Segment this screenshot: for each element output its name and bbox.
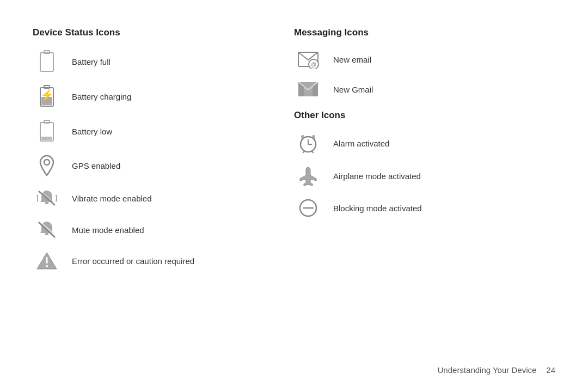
battery-low-icon	[33, 120, 61, 143]
alarm-row: Alarm activated	[294, 133, 555, 154]
page-footer: Understanding Your Device 24	[438, 365, 555, 375]
new-email-row: @ New email	[294, 50, 555, 69]
battery-charging-row: ⚡ Battery charging	[33, 85, 294, 108]
error-row: Error occurred or caution required	[33, 252, 294, 270]
svg-rect-9	[41, 137, 52, 140]
device-status-title: Device Status Icons	[33, 27, 294, 38]
gps-row: GPS enabled	[33, 155, 294, 176]
airplane-label: Airplane mode activated	[333, 171, 421, 181]
battery-full-label: Battery full	[72, 57, 111, 66]
svg-rect-18	[46, 257, 48, 264]
new-gmail-icon	[294, 81, 322, 98]
page-number: 24	[546, 365, 555, 375]
svg-line-27	[303, 151, 304, 153]
left-column: Device Status Icons Battery full	[33, 27, 294, 282]
svg-point-19	[46, 265, 48, 267]
mute-row: Mute mode enabled	[33, 220, 294, 240]
svg-rect-2	[41, 54, 52, 70]
battery-low-label: Battery low	[72, 127, 112, 136]
error-label: Error occurred or caution required	[72, 256, 194, 266]
svg-point-31	[301, 135, 304, 138]
svg-point-10	[44, 160, 50, 165]
battery-full-row: Battery full	[33, 50, 294, 73]
mute-icon	[33, 220, 61, 240]
airplane-icon	[294, 166, 322, 186]
new-gmail-row: New Gmail	[294, 81, 555, 98]
messaging-title: Messaging Icons	[294, 27, 555, 38]
alarm-icon	[294, 133, 322, 154]
svg-rect-1	[44, 51, 50, 53]
battery-low-row: Battery low	[33, 120, 294, 143]
alarm-label: Alarm activated	[333, 139, 389, 148]
footer-text: Understanding Your Device	[438, 365, 537, 375]
new-email-label: New email	[333, 55, 371, 64]
svg-rect-8	[44, 120, 50, 123]
new-gmail-label: New Gmail	[333, 85, 373, 94]
gps-icon	[33, 155, 61, 176]
svg-text:@: @	[311, 62, 316, 68]
svg-rect-11	[45, 202, 48, 204]
svg-point-32	[312, 135, 315, 138]
right-column: Messaging Icons @ New email	[294, 27, 555, 282]
battery-full-icon	[33, 50, 61, 73]
svg-text:⚡: ⚡	[40, 88, 54, 101]
blocking-icon	[294, 198, 322, 218]
new-email-icon: @	[294, 50, 322, 69]
svg-line-28	[312, 151, 314, 153]
svg-rect-4	[44, 85, 50, 88]
airplane-row: Airplane mode activated	[294, 166, 555, 186]
other-icons-title: Other Icons	[294, 110, 555, 121]
error-icon	[33, 252, 61, 270]
blocking-row: Blocking mode activated	[294, 198, 555, 218]
mute-label: Mute mode enabled	[72, 225, 144, 235]
battery-charging-label: Battery charging	[72, 92, 131, 101]
vibrate-icon	[33, 188, 61, 208]
battery-charging-icon: ⚡	[33, 85, 61, 108]
svg-rect-14	[45, 233, 48, 235]
blocking-label: Blocking mode activated	[333, 204, 422, 213]
vibrate-label: Vibrate mode enabled	[72, 194, 152, 203]
gps-label: GPS enabled	[72, 161, 120, 170]
vibrate-row: Vibrate mode enabled	[33, 188, 294, 208]
